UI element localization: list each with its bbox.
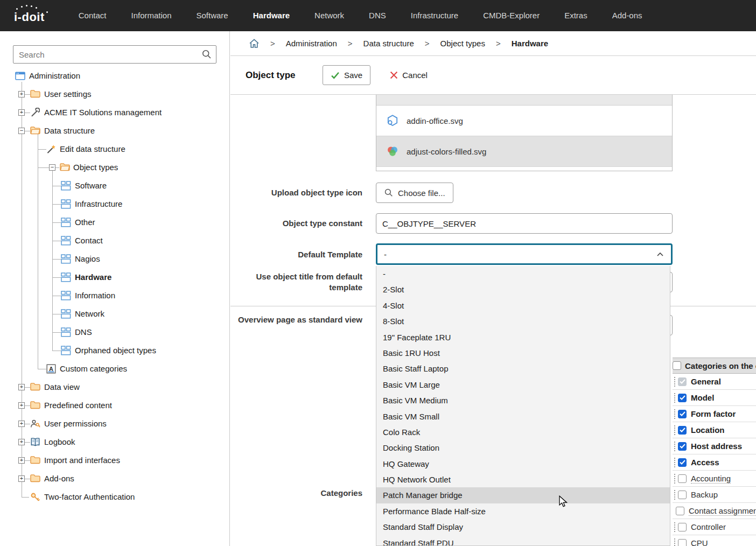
default-template-select[interactable]: - (376, 243, 673, 265)
nav-item-software[interactable]: Software (184, 0, 241, 31)
sidebar-item-two-factor-authentication[interactable]: Two-factor Authentication (0, 488, 229, 506)
sidebar-item-predefined-content[interactable]: +Predefined content (0, 396, 229, 415)
drag-handle-icon[interactable] (674, 457, 676, 468)
cancel-button[interactable]: Cancel (382, 65, 435, 85)
drag-handle-icon[interactable] (674, 376, 676, 387)
drag-handle-icon[interactable] (674, 538, 676, 546)
drag-handle-icon[interactable] (674, 522, 676, 533)
sidebar-item-other[interactable]: Other (0, 213, 229, 232)
dropdown-option-2-slot[interactable]: 2-Slot (376, 282, 670, 297)
sidebar-item-dns[interactable]: DNS (0, 323, 229, 341)
sidebar-item-edit-data-structure[interactable]: Edit data structure (0, 140, 229, 158)
select-all-checkbox[interactable] (673, 361, 681, 370)
expand-toggle-icon[interactable]: + (18, 109, 25, 116)
expand-toggle-icon[interactable]: + (18, 457, 25, 464)
nav-item-cmdb-explorer[interactable]: CMDB-Explorer (471, 0, 552, 31)
icon-list-row-adjust-colors-filled-svg[interactable]: adjust-colors-filled.svg (376, 136, 672, 167)
icon-list-row-partial[interactable] (376, 95, 672, 106)
nav-item-information[interactable]: Information (118, 0, 184, 31)
category-checkbox-contact-assignment[interactable] (676, 507, 684, 515)
sidebar-item-logbook[interactable]: +Logbook (0, 433, 229, 451)
sidebar-item-custom-categories[interactable]: ACustom categories (0, 360, 229, 378)
dropdown-option-standard-staff-display[interactable]: Standard Staff Display (376, 519, 670, 535)
dropdown-option-basic-vm-medium[interactable]: Basic VM Medium (376, 393, 670, 408)
dropdown-option-19-faceplate-1ru[interactable]: 19" Faceplate 1RU (376, 330, 670, 345)
expand-toggle-icon[interactable]: + (18, 439, 25, 445)
save-button[interactable]: Save (323, 65, 370, 85)
nav-item-extras[interactable]: Extras (552, 0, 600, 31)
sidebar-item-infrastructure[interactable]: Infrastructure (0, 195, 229, 213)
search-input[interactable] (13, 45, 216, 64)
dropdown-option-basic-vm-small[interactable]: Basic VM Small (376, 409, 670, 424)
sidebar-item-data-view[interactable]: +Data view (0, 378, 229, 396)
category-checkbox-backup[interactable] (678, 491, 687, 499)
sidebar-item-data-structure[interactable]: −Data structure (0, 122, 229, 140)
sidebar-item-software[interactable]: Software (0, 177, 229, 195)
nav-item-dns[interactable]: DNS (356, 0, 398, 31)
breadcrumb-item-object-types[interactable]: Object types (440, 39, 485, 48)
nav-item-add-ons[interactable]: Add-ons (600, 0, 655, 31)
category-checkbox-accounting[interactable] (678, 474, 687, 483)
expand-toggle-icon[interactable]: + (18, 91, 25, 97)
breadcrumb-item-data-structure[interactable]: Data structure (363, 39, 414, 48)
sidebar-item-object-types[interactable]: −Object types (0, 158, 229, 177)
expand-toggle-icon[interactable]: + (18, 475, 25, 482)
nav-item-hardware[interactable]: Hardware (241, 0, 302, 31)
dropdown-option-performance-blade-half-size[interactable]: Performance Blade Half-size (376, 503, 670, 519)
sidebar-item-user-permissions[interactable]: +User permissions (0, 415, 229, 433)
category-checkbox-general[interactable] (678, 377, 687, 386)
dropdown-option-8-slot[interactable]: 8-Slot (376, 313, 670, 329)
expand-toggle-icon[interactable]: + (18, 421, 25, 427)
sidebar-item-information[interactable]: Information (0, 286, 229, 305)
home-icon[interactable] (249, 38, 260, 48)
category-checkbox-location[interactable] (678, 426, 687, 435)
sidebar-item-add-ons[interactable]: +Add-ons (0, 470, 229, 488)
sidebar-item-user-settings[interactable]: +User settings (0, 85, 229, 103)
drag-handle-icon[interactable] (674, 473, 676, 484)
search-icon[interactable] (201, 49, 212, 62)
sidebar-item-contact[interactable]: Contact (0, 232, 229, 250)
expand-toggle-icon[interactable]: + (18, 402, 25, 409)
sidebar-item-acme-it-solutions-management[interactable]: +ACME IT Solutions management (0, 103, 229, 122)
dropdown-option-colo-rack[interactable]: Colo Rack (376, 424, 670, 440)
nav-item-contact[interactable]: Contact (66, 0, 119, 31)
category-checkbox-host-address[interactable] (678, 442, 687, 451)
dropdown-option-basic-vm-large[interactable]: Basic VM Large (376, 377, 670, 393)
dropdown-option-hq-network-outlet[interactable]: HQ Network Outlet (376, 472, 670, 487)
dropdown-option-hq-gateway[interactable]: HQ Gateway (376, 456, 670, 472)
dropdown-option-basic-1ru-host[interactable]: Basic 1RU Host (376, 345, 670, 361)
category-checkbox-cpu[interactable] (678, 539, 687, 546)
category-checkbox-access[interactable] (678, 458, 687, 467)
breadcrumb-item-administration[interactable]: Administration (286, 39, 337, 48)
dropdown-option-patch-manager-bridge[interactable]: Patch Manager bridge (376, 487, 670, 503)
drag-handle-icon[interactable] (674, 441, 676, 452)
nav-item-infrastructure[interactable]: Infrastructure (398, 0, 471, 31)
nav-item-network[interactable]: Network (302, 0, 356, 31)
drag-handle-icon[interactable] (674, 409, 676, 419)
sidebar-item-network[interactable]: Network (0, 305, 229, 323)
sidebar-item-import-and-interfaces[interactable]: +Import and interfaces (0, 451, 229, 470)
sidebar-item-administration[interactable]: Administration (0, 67, 229, 85)
drag-handle-icon[interactable] (674, 489, 676, 500)
choose-file-button[interactable]: Choose file... (376, 183, 453, 203)
dropdown-option-4-slot[interactable]: 4-Slot (376, 298, 670, 313)
dropdown-option-basic-staff-laptop[interactable]: Basic Staff Laptop (376, 361, 670, 376)
drag-handle-icon[interactable] (674, 425, 676, 436)
sidebar-item-orphaned-object-types[interactable]: Orphaned object types (0, 341, 229, 360)
expand-toggle-icon[interactable]: + (18, 384, 25, 390)
object-type-constant-input[interactable] (376, 213, 673, 234)
app-logo[interactable]: i-doit (14, 7, 48, 24)
collapse-toggle-icon[interactable]: − (18, 128, 25, 134)
dropdown-option-docking-station[interactable]: Docking Station (376, 440, 670, 456)
category-checkbox-form-factor[interactable] (678, 410, 687, 418)
breadcrumb-item-hardware[interactable]: Hardware (512, 39, 548, 48)
dropdown-option-standard-staff-pdu[interactable]: Standard Staff PDU (376, 535, 670, 546)
icon-list-row-addin-office-svg[interactable]: addin-office.svg (376, 106, 672, 136)
category-checkbox-controller[interactable] (678, 523, 687, 531)
drag-handle-icon[interactable] (674, 393, 676, 403)
collapse-toggle-icon[interactable]: − (49, 164, 55, 171)
category-checkbox-model[interactable] (678, 394, 687, 402)
sidebar-item-nagios[interactable]: Nagios (0, 250, 229, 268)
dropdown-option-[interactable]: - (376, 266, 670, 282)
sidebar-item-hardware[interactable]: Hardware (0, 268, 229, 286)
